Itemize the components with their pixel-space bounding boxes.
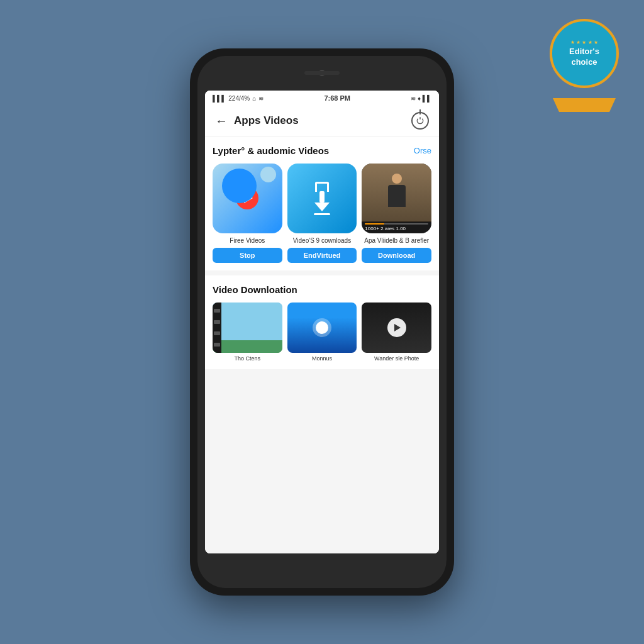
scene: ★ ★ ★ ★ ★ Editor's choice ▌▌▌ 224/4% ⌂ xyxy=(0,0,644,644)
download-icon-shape xyxy=(314,182,330,215)
thumb-inner-circle xyxy=(316,321,328,334)
sky-area xyxy=(213,303,282,340)
card-2-name: Video'S 9 cownloads xyxy=(293,237,351,244)
thumb-label-3: Wander sle Phote xyxy=(362,355,431,362)
free-videos-icon[interactable] xyxy=(213,164,282,233)
card-video-downloads: Video'S 9 cownloads EndVirtued xyxy=(287,164,357,263)
thumb-img-1[interactable] xyxy=(213,303,282,353)
person-body xyxy=(388,185,406,207)
wifi-icon: ≋ xyxy=(258,95,264,102)
section-downloads: Video Downloation xyxy=(205,275,439,369)
signal-icon: ▌▌▌ xyxy=(213,95,226,102)
status-time: 7:68 PM xyxy=(324,94,350,102)
stop-button[interactable]: Stop xyxy=(213,248,282,263)
section-link-1[interactable]: Orse xyxy=(414,146,431,155)
dl-arrow-head xyxy=(314,203,330,211)
video-person xyxy=(362,164,431,222)
section-title-1: Lypter° & audomic Videos xyxy=(213,145,329,156)
phone-frame: ▌▌▌ 224/4% ⌂ ≋ 7:68 PM ≋ ♦ ▌▌ ← Apps Vid… xyxy=(190,48,454,596)
card-video-thumb: 1000+ 2.ares 1.00 Apa Vliidelb & B arefl… xyxy=(362,164,431,263)
film-hole xyxy=(214,343,220,347)
video-thumb-icon[interactable]: 1000+ 2.ares 1.00 xyxy=(362,164,431,233)
status-bar: ▌▌▌ 224/4% ⌂ ≋ 7:68 PM ≋ ♦ ▌▌ xyxy=(205,91,439,106)
status-right: ≋ ♦ ▌▌ xyxy=(411,95,431,102)
card-3-name: Apa Vliidelb & B arefler xyxy=(364,237,429,244)
cards-row: Firee Videos Stop xyxy=(213,164,431,263)
play-triangle-small xyxy=(394,324,401,331)
video-overlay: 1000+ 2.ares 1.00 xyxy=(362,221,431,233)
icon-inner-1 xyxy=(213,164,282,233)
thumb-card-3: Wander sle Phote xyxy=(362,303,431,362)
badge-text: Editor's choice xyxy=(569,47,599,68)
film-hole xyxy=(214,331,220,335)
scroll-content: Lypter° & audomic Videos Orse xyxy=(205,136,439,553)
home-icon: ⌂ xyxy=(252,95,256,102)
dl-line xyxy=(314,213,330,215)
video-progress-fill xyxy=(365,223,384,225)
phone-inner: ▌▌▌ 224/4% ⌂ ≋ 7:68 PM ≋ ♦ ▌▌ ← Apps Vid… xyxy=(197,56,447,588)
download-button[interactable]: Downlooad xyxy=(362,248,431,263)
dl-rect xyxy=(315,182,329,192)
thumb-img-2[interactable] xyxy=(287,303,357,353)
video-info-text: 1000+ 2.ares 1.00 xyxy=(365,226,428,231)
video-downloads-icon[interactable] xyxy=(287,164,357,233)
thumb-label-1: Tho Ctens xyxy=(213,355,282,362)
section-featured: Lypter° & audomic Videos Orse xyxy=(205,136,439,270)
app-bar: ← Apps Videos xyxy=(205,106,439,136)
battery-text: 224/4% xyxy=(228,95,250,102)
dl-arrow-body xyxy=(319,191,325,203)
film-strip xyxy=(213,303,221,353)
card-free-videos: Firee Videos Stop xyxy=(213,164,282,263)
blue-circle-small xyxy=(260,167,276,182)
screen: ▌▌▌ 224/4% ⌂ ≋ 7:68 PM ≋ ♦ ▌▌ ← Apps Vid… xyxy=(205,91,439,553)
film-hole xyxy=(214,309,220,313)
video-progress-bar xyxy=(365,223,428,225)
thumb-card-1: Tho Ctens xyxy=(213,303,282,362)
thumb-img-3[interactable] xyxy=(362,303,431,353)
status-icons: ≋ ♦ ▌▌ xyxy=(411,95,431,102)
thumb-label-2: Monnus xyxy=(287,355,357,362)
back-button[interactable]: ← xyxy=(215,114,228,128)
editors-choice-badge: ★ ★ ★ ★ ★ Editor's choice xyxy=(543,19,625,101)
app-bar-left: ← Apps Videos xyxy=(215,114,299,128)
play-button-small[interactable] xyxy=(387,318,406,337)
section-header-2: Video Downloation xyxy=(213,284,431,295)
power-button[interactable] xyxy=(411,112,429,130)
app-title: Apps Videos xyxy=(234,114,299,127)
blue-circle-big xyxy=(222,169,257,203)
thumb-card-2: Monnus xyxy=(287,303,357,362)
bottom-thumbs-row: Tho Ctens Monnus xyxy=(213,303,431,362)
thumb-circle xyxy=(313,318,331,337)
person-head xyxy=(392,174,402,184)
film-hole xyxy=(214,320,220,324)
badge-circle: ★ ★ ★ ★ ★ Editor's choice xyxy=(550,19,619,88)
person-silhouette xyxy=(381,174,413,211)
ground-area xyxy=(213,340,282,353)
section-title-2: Video Downloation xyxy=(213,284,297,295)
endvirtued-button[interactable]: EndVirtued xyxy=(287,248,357,263)
badge-stars: ★ ★ ★ ★ ★ xyxy=(570,40,598,45)
phone-speaker xyxy=(304,71,340,75)
section-header-1: Lypter° & audomic Videos Orse xyxy=(213,145,431,156)
card-1-name: Firee Videos xyxy=(230,237,265,244)
badge-ribbon xyxy=(553,98,616,112)
status-left: ▌▌▌ 224/4% ⌂ ≋ xyxy=(213,95,264,102)
